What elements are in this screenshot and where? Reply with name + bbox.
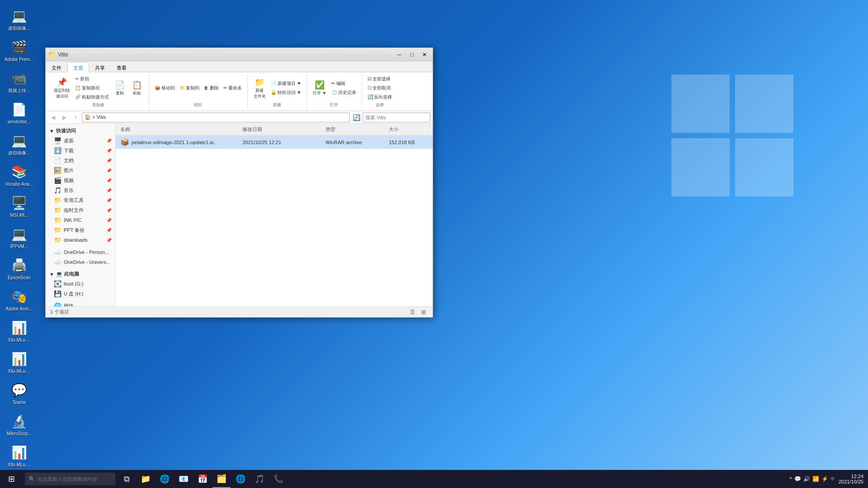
refresh-button[interactable]: 🔄 [351, 113, 361, 122]
tab-share[interactable]: 共享 [89, 62, 111, 72]
grid-view-button[interactable]: ⊞ [419, 308, 428, 316]
desktop-icon[interactable]: 🖨️ EpsonScan [2, 254, 36, 283]
taskbar-calendar[interactable]: 📅 [193, 470, 212, 488]
new-folder-button[interactable]: 📁 新建文件夹 [251, 76, 268, 101]
column-name[interactable]: 名称 [118, 125, 240, 134]
sidebar-item-onedrive[interactable]: ☁️ OneDrive - Univers... [46, 257, 115, 267]
sidebar-item-INK-PIC[interactable]: 📁 INK PIC 📌 [46, 215, 115, 225]
select-buttons: ☑ 全部选择 ☐ 全部取消 🔄 反向选择 [366, 75, 394, 101]
move-to-button[interactable]: 📦 移动到 [153, 84, 177, 92]
cut-button[interactable]: ✂ 剪切 [73, 75, 111, 83]
tab-view[interactable]: 查看 [111, 62, 132, 72]
sidebar-item-桌面[interactable]: 🖥️ 桌面 📌 [46, 136, 115, 145]
this-pc-header[interactable]: ▼ 💻 此电脑 [46, 269, 115, 279]
desktop-icon[interactable]: 📊 Xlls-MLs-... [2, 347, 36, 376]
table-row[interactable]: 📦 petalinux-sdimage-2021.1-update1.w... … [116, 136, 433, 149]
sidebar-item-常用工具[interactable]: 📁 常用工具 📌 [46, 195, 115, 205]
copy-button[interactable]: 📄 复制 [112, 79, 128, 98]
desktop-icon[interactable]: 📄 sendodoc... [2, 98, 36, 127]
desktop-icon[interactable]: 📊 Xlls-MLs-... [2, 441, 36, 470]
delete-button[interactable]: 🗑 删除 [202, 84, 221, 92]
desktop-icon[interactable]: 🎭 Adobe Anm... [2, 285, 36, 314]
rename-button[interactable]: ✏ 重命名 [222, 84, 244, 92]
edit-button[interactable]: ✏ 编辑 [330, 80, 358, 88]
taskbar-task-view[interactable]: ⧉ [118, 470, 136, 488]
desktop-icon[interactable]: 💬 Teams [2, 379, 36, 408]
desktop-icon[interactable]: 🎬 Adobe Prem... [2, 36, 36, 65]
desktop-icon[interactable]: 📹 视频上传... [2, 67, 36, 96]
tab-home[interactable]: 主页 [67, 62, 89, 72]
tab-file[interactable]: 文件 [46, 62, 67, 72]
taskbar-clock[interactable]: 12:24 2021/10/25 [839, 474, 863, 484]
systray-power[interactable]: ⚡ [821, 476, 828, 482]
select-all-button[interactable]: ☑ 全部选择 [366, 75, 394, 83]
address-path[interactable]: 🏠 > Vitis [82, 113, 350, 122]
sidebar-item-音乐[interactable]: 🎵 音乐 📌 [46, 185, 115, 195]
sidebar-item-PPT-备份[interactable]: 📁 PPT 备份 📌 [46, 225, 115, 235]
desktop-icon-label: Teams [13, 400, 26, 405]
desktop-icon[interactable]: 📊 Xlls-MLs-... [2, 316, 36, 345]
taskbar-search-input[interactable] [38, 476, 105, 482]
search-input[interactable] [363, 113, 430, 122]
column-date[interactable]: 修改日期 [240, 125, 323, 134]
taskbar-browser[interactable]: 🌐 [231, 470, 250, 488]
close-button[interactable]: ✕ [419, 50, 430, 59]
column-size[interactable]: 大小 [387, 125, 430, 134]
up-button[interactable]: ↑ [71, 113, 80, 122]
taskbar-google[interactable]: 🌐 [156, 470, 174, 488]
ribbon-group-select: ☑ 全部选择 ☐ 全部取消 🔄 反向选择 选择 [362, 74, 398, 109]
taskbar-media[interactable]: 🎵 [250, 470, 269, 488]
taskbar-mail[interactable]: 📧 [175, 470, 193, 488]
invert-select-button[interactable]: 🔄 反向选择 [366, 93, 394, 101]
copy-to-button[interactable]: 📁 复制到 [178, 84, 202, 92]
systray-volume[interactable]: 🔊 [803, 476, 810, 482]
sidebar: ▼ 快速访问 🖥️ 桌面 📌 ⬇️ 下载 📌 📄 文档 📌 🖼️ 图片 📌 🎬 … [46, 124, 116, 306]
organize-buttons: 📦 移动到 📁 复制到 🗑 删除 ✏ 重命名 [153, 75, 244, 101]
taskbar-explorer[interactable]: 📁 [137, 470, 155, 488]
onedrive-label: OneDrive - Univers... [64, 259, 110, 265]
sidebar-item-临时文件[interactable]: 📁 临时文件 📌 [46, 205, 115, 215]
minimize-button[interactable]: ─ [393, 50, 405, 59]
sidebar-item-drive[interactable]: 💾 U 盘 (H:) [46, 289, 115, 299]
start-button[interactable]: ⊞ [0, 470, 23, 488]
sidebar-item-drive[interactable]: 💽 boot (G:) [46, 279, 115, 289]
select-none-button[interactable]: ☐ 全部取消 [366, 84, 394, 92]
list-view-button[interactable]: ☰ [408, 308, 417, 316]
sidebar-item-downloads[interactable]: 📁 downloads 📌 [46, 235, 115, 245]
desktop-icon[interactable]: 💻 IPPVM... [2, 223, 36, 252]
paste-button[interactable]: 📋 粘贴 [129, 79, 145, 98]
systray-arrow[interactable]: ^ [789, 476, 792, 482]
sidebar-item-文档[interactable]: 📄 文档 📌 [46, 155, 115, 165]
maximize-button[interactable]: □ [406, 50, 418, 59]
quick-access-header[interactable]: ▼ 快速访问 [46, 126, 115, 136]
desktop-icon-image: 💻 [10, 225, 28, 243]
sidebar-item-network[interactable]: 🌐 网络 [46, 301, 115, 306]
systray-chat[interactable]: 💬 [794, 476, 801, 482]
desktop-icon[interactable]: 🔬 MikroScop... [2, 410, 36, 439]
sidebar-item-视频[interactable]: 🎬 视频 📌 [46, 175, 115, 185]
pin-to-quick-button[interactable]: 📌 固定到快速访问 [52, 76, 72, 101]
sidebar-item-onedrive[interactable]: ☁️ OneDrive - Person... [46, 247, 115, 257]
paste-shortcut-button[interactable]: 🔗 粘贴快捷方式 [73, 93, 111, 101]
easy-access-button[interactable]: 🔓 轻松访问 ▼ [269, 89, 303, 97]
pin-label: 固定到快速访问 [54, 88, 70, 99]
forward-button[interactable]: ▶ [59, 113, 69, 122]
history-button[interactable]: 🕐 历史记录 [330, 89, 358, 97]
open-button[interactable]: ✅ 打开 ▼ [311, 79, 328, 98]
new-item-button[interactable]: 📄 新建项目 ▼ [269, 80, 303, 88]
systray-network[interactable]: 📶 [812, 476, 819, 482]
desktop-icon[interactable]: 💻 虚拟镜像... [2, 129, 36, 158]
sidebar-item-下载[interactable]: ⬇️ 下载 📌 [46, 145, 115, 155]
taskbar-phone[interactable]: 📞 [269, 470, 288, 488]
desktop-icon[interactable]: 🖥️ MSI Aft... [2, 192, 36, 221]
sidebar-item-图片[interactable]: 🖼️ 图片 📌 [46, 165, 115, 175]
back-button[interactable]: ◀ [48, 113, 58, 122]
column-type[interactable]: 类型 [323, 125, 387, 134]
desktop-icon-label: IPPVM... [10, 244, 28, 249]
desktop-icon[interactable]: 📚 Vocabo Ana... [2, 160, 36, 189]
desktop-icon-label: Adobe Prem... [5, 57, 34, 62]
taskbar-folder-active[interactable]: 🗂️ [212, 470, 231, 488]
onedrive-label: OneDrive - Person... [64, 249, 109, 255]
copy-path-button[interactable]: 📋 复制路径 [73, 84, 111, 92]
desktop-icon[interactable]: 💻 虚拟镜像... [2, 5, 36, 33]
